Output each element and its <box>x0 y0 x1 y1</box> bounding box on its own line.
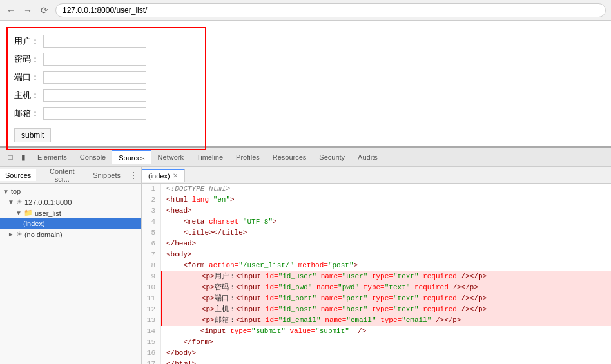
code-content[interactable]: 1 <!DOCTYPE html> 2 <html lang="en"> 3 <… <box>142 184 611 364</box>
code-tabs: (index) ✕ <box>142 167 611 184</box>
sources-tabs: Sources Content scr... Snippets ⋮ <box>0 167 141 184</box>
arrow-down-icon: ▼ <box>3 188 9 195</box>
devtools-icons: □ ▮ <box>3 152 31 162</box>
input-host[interactable] <box>43 89 146 102</box>
code-tab-label: (index) <box>148 172 170 180</box>
arrow-down-icon-server: ▼ <box>8 198 14 206</box>
code-tab-index[interactable]: (index) ✕ <box>142 169 185 182</box>
label-host: 主机： <box>14 90 43 101</box>
line-num-10: 10 <box>142 282 161 293</box>
tree-item-no-domain[interactable]: ► ☀ (no domain) <box>0 229 141 240</box>
line-content-11: <p>端口：<input id="id_port" name="port" ty… <box>161 293 487 304</box>
line-num-14: 14 <box>142 326 161 337</box>
line-content-10: <p>密码：<input id="id_pwd" name="pwd" type… <box>161 282 478 293</box>
line-content-2: <html lang="en"> <box>161 195 235 206</box>
form-row-host: 主机： <box>14 89 195 102</box>
tree-item-server[interactable]: ▼ ☀ 127.0.0.1:8000 <box>0 196 141 207</box>
line-num-12: 12 <box>142 304 161 315</box>
line-num-7: 7 <box>142 249 161 260</box>
arrow-down-icon-userlist: ▼ <box>15 209 22 216</box>
line-content-15: </form> <box>161 337 213 348</box>
line-num-15: 15 <box>142 337 161 348</box>
tree-label-index: (index) <box>23 220 45 227</box>
code-line-13: 13 <p>邮箱：<input id="id_email" name="emai… <box>142 315 611 326</box>
arrow-right-icon-nodomain: ► <box>8 231 14 238</box>
inspect-icon[interactable]: □ <box>5 152 15 162</box>
src-tab-content[interactable]: Content scr... <box>36 167 88 185</box>
line-content-9: <p>用户：<input id="id_user" name="user" ty… <box>161 271 487 282</box>
code-line-2: 2 <html lang="en"> <box>142 195 611 206</box>
line-content-16: </body> <box>161 348 196 359</box>
devtools-toolbar: □ ▮ Elements Console Sources Network Tim… <box>0 148 611 167</box>
code-line-1: 1 <!DOCTYPE html> <box>142 184 611 195</box>
tab-console[interactable]: Console <box>73 151 112 164</box>
src-tab-snippets[interactable]: Snippets <box>88 169 126 181</box>
refresh-button[interactable]: ⟳ <box>39 5 50 16</box>
address-bar[interactable] <box>55 3 606 17</box>
input-pwd[interactable] <box>43 53 146 66</box>
input-port[interactable] <box>43 71 146 84</box>
form-row-port: 端口： <box>14 71 195 84</box>
line-num-13: 13 <box>142 315 161 326</box>
code-line-16: 16 </body> <box>142 348 611 359</box>
input-user[interactable] <box>43 35 146 48</box>
device-icon[interactable]: ▮ <box>18 152 28 162</box>
tab-resources[interactable]: Resources <box>266 151 313 164</box>
code-line-7: 7 <body> <box>142 249 611 260</box>
code-line-9: 9 <p>用户：<input id="id_user" name="user" … <box>142 271 611 282</box>
label-email: 邮箱： <box>14 108 43 119</box>
line-content-4: <meta charset="UTF-8"> <box>161 216 277 227</box>
code-line-3: 3 <head> <box>142 206 611 216</box>
tab-elements[interactable]: Elements <box>31 151 73 164</box>
line-content-12: <p>主机：<input id="id_host" name="host" ty… <box>161 304 487 315</box>
line-num-11: 11 <box>142 293 161 304</box>
code-line-11: 11 <p>端口：<input id="id_port" name="port"… <box>142 293 611 304</box>
tree-label-userlist: user_list <box>35 209 61 217</box>
code-line-14: 14 <input type="submit" value="submit" /… <box>142 326 611 337</box>
line-num-2: 2 <box>142 195 161 206</box>
line-content-1: <!DOCTYPE html> <box>161 184 230 195</box>
tab-security[interactable]: Security <box>313 151 351 164</box>
src-tab-sources[interactable]: Sources <box>0 169 36 181</box>
code-line-4: 4 <meta charset="UTF-8"> <box>142 216 611 227</box>
tree-item-index[interactable]: (index) <box>0 218 141 229</box>
form-row-user: 用户： <box>14 35 195 48</box>
line-content-8: <form action="/user_list/" method="post"… <box>161 260 358 271</box>
line-num-17: 17 <box>142 359 161 364</box>
tab-network[interactable]: Network <box>151 151 190 164</box>
cloud-icon-nodomain: ☀ <box>16 230 23 238</box>
devtools: □ ▮ Elements Console Sources Network Tim… <box>0 146 611 364</box>
tab-sources[interactable]: Sources <box>112 150 151 164</box>
line-num-9: 9 <box>142 271 161 282</box>
label-user: 用户： <box>14 35 43 47</box>
line-num-8: 8 <box>142 260 161 271</box>
line-num-3: 3 <box>142 206 161 216</box>
src-tab-more-icon[interactable]: ⋮ <box>126 168 141 182</box>
back-button[interactable]: ← <box>5 5 17 16</box>
input-email[interactable] <box>43 107 146 120</box>
tab-audits[interactable]: Audits <box>351 151 384 164</box>
line-num-4: 4 <box>142 216 161 227</box>
sources-sidebar: Sources Content scr... Snippets ⋮ ▼ top … <box>0 167 142 364</box>
code-line-12: 12 <p>主机：<input id="id_host" name="host"… <box>142 304 611 315</box>
line-content-3: <head> <box>161 206 192 216</box>
close-tab-icon[interactable]: ✕ <box>173 172 178 179</box>
code-panel: (index) ✕ 1 <!DOCTYPE html> 2 <html lang… <box>142 167 611 364</box>
tab-profiles[interactable]: Profiles <box>229 151 266 164</box>
devtools-body: Sources Content scr... Snippets ⋮ ▼ top … <box>0 167 611 364</box>
file-tree: ▼ top ▼ ☀ 127.0.0.1:8000 ▼ 📁 user_list (… <box>0 184 141 364</box>
tab-timeline[interactable]: Timeline <box>190 151 229 164</box>
cloud-icon-server: ☀ <box>16 198 23 206</box>
line-content-6: </head> <box>161 238 196 249</box>
code-line-17: 17 </html> <box>142 359 611 364</box>
label-port: 端口： <box>14 72 43 83</box>
code-line-10: 10 <p>密码：<input id="id_pwd" name="pwd" t… <box>142 282 611 293</box>
line-num-16: 16 <box>142 348 161 359</box>
code-line-5: 5 <title></title> <box>142 227 611 238</box>
line-num-1: 1 <box>142 184 161 195</box>
tree-item-user-list[interactable]: ▼ 📁 user_list <box>0 207 141 218</box>
tree-item-top[interactable]: ▼ top <box>0 186 141 196</box>
code-line-6: 6 </head> <box>142 238 611 249</box>
forward-button[interactable]: → <box>22 5 34 16</box>
submit-button[interactable]: submit <box>14 128 51 142</box>
